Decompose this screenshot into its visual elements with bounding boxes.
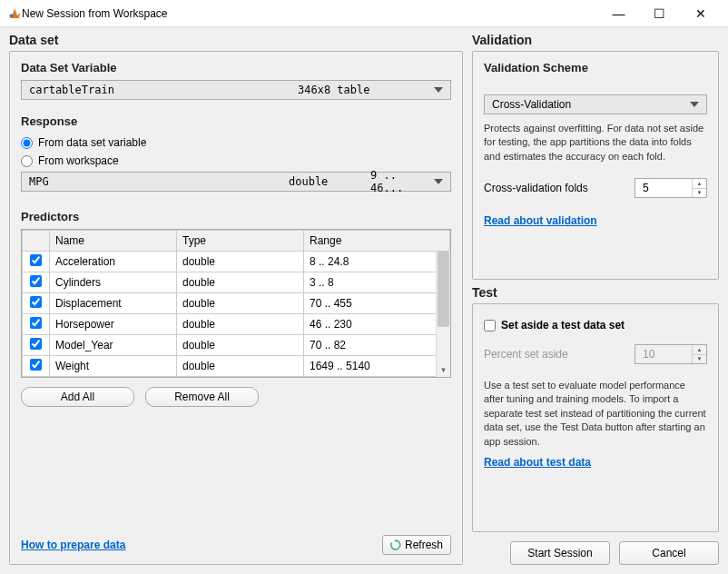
predictor-checkbox[interactable] (30, 338, 42, 350)
predictor-checkbox[interactable] (30, 296, 42, 308)
cell-name: Cylinders (50, 272, 177, 293)
percent-spinner: 10 ▲ ▼ (635, 344, 707, 364)
spinner-up-icon: ▲ (693, 345, 706, 355)
cell-type: double (177, 314, 304, 335)
maximize-button[interactable]: ☐ (639, 0, 680, 26)
refresh-label: Refresh (405, 539, 443, 551)
th-range: Range (304, 231, 450, 252)
cell-name: Acceleration (50, 252, 177, 272)
datavar-label: Data Set Variable (21, 61, 451, 74)
remove-all-button[interactable]: Remove All (145, 387, 259, 407)
read-test-link[interactable]: Read about test data (484, 456, 591, 469)
table-row[interactable]: Horsepowerdouble46 .. 230 (23, 314, 450, 335)
refresh-button[interactable]: Refresh (382, 535, 451, 555)
cell-name: Model_Year (50, 335, 177, 356)
cell-range: 3 .. 8 (304, 272, 450, 293)
predictor-checkbox[interactable] (30, 359, 42, 371)
th-type: Type (177, 231, 304, 252)
test-panel: Set aside a test data set Percent set as… (472, 303, 719, 532)
cell-range: 70 .. 455 (304, 293, 450, 314)
spinner-down-icon[interactable]: ▼ (693, 189, 706, 198)
test-checkbox-label: Set aside a test data set (501, 319, 625, 332)
how-to-prepare-link[interactable]: How to prepare data (21, 539, 125, 551)
response-range: 9 .. 46... (370, 169, 434, 194)
cell-type: double (177, 293, 304, 314)
window-title: New Session from Workspace (22, 7, 598, 20)
cell-range: 1649 .. 5140 (304, 356, 450, 377)
folds-label: Cross-validation folds (484, 182, 635, 194)
start-session-button[interactable]: Start Session (510, 541, 610, 565)
cell-name: Weight (50, 356, 177, 377)
cell-type: double (177, 356, 304, 377)
validation-panel: Validation Scheme Cross-Validation Prote… (472, 51, 719, 280)
predictors-label: Predictors (21, 210, 451, 223)
predictor-checkbox[interactable] (30, 275, 42, 287)
scheme-value: Cross-Validation (492, 98, 571, 111)
cell-type: double (177, 272, 304, 293)
validation-description: Protects against overfitting. For data n… (484, 122, 707, 163)
response-type: double (289, 175, 370, 188)
cell-name: Horsepower (50, 314, 177, 335)
dataset-panel: Data Set Variable cartableTrain 346x8 ta… (9, 51, 463, 565)
cell-type: double (177, 252, 304, 272)
table-row[interactable]: Cylindersdouble3 .. 8 (23, 272, 450, 293)
read-validation-link[interactable]: Read about validation (484, 214, 597, 227)
test-heading: Test (472, 285, 719, 300)
chevron-down-icon (690, 102, 699, 107)
chevron-down-icon (434, 179, 443, 184)
percent-value: 10 (643, 348, 654, 361)
scheme-label: Validation Scheme (484, 61, 707, 74)
response-name: MPG (29, 175, 289, 188)
predictor-checkbox[interactable] (30, 254, 42, 266)
dataset-heading: Data set (9, 33, 463, 47)
spinner-up-icon[interactable]: ▲ (693, 179, 706, 189)
refresh-icon (390, 539, 401, 550)
spinner-down-icon: ▼ (693, 355, 706, 364)
cell-range: 8 .. 24.8 (304, 252, 450, 272)
percent-label: Percent set aside (484, 348, 635, 361)
folds-value: 5 (643, 182, 649, 194)
cancel-button[interactable]: Cancel (619, 541, 719, 565)
close-button[interactable]: ✕ (680, 0, 721, 26)
predictors-table: Name Type Range Accelerationdouble8 .. 2… (21, 229, 451, 378)
table-row[interactable]: Accelerationdouble8 .. 24.8 (23, 252, 450, 272)
predictor-checkbox[interactable] (30, 317, 42, 329)
datavar-meta: 346x8 table (298, 84, 434, 96)
matlab-icon (7, 6, 22, 21)
cell-type: double (177, 335, 304, 356)
th-name: Name (50, 231, 177, 252)
test-description: Use a test set to evaluate model perform… (484, 379, 707, 449)
radio-from-dataset-label: From data set variable (38, 136, 146, 149)
cell-range: 70 .. 82 (304, 335, 450, 356)
table-header-row: Name Type Range (23, 231, 450, 252)
scroll-thumb[interactable] (438, 252, 449, 327)
radio-from-dataset[interactable] (21, 137, 33, 149)
scroll-down-icon[interactable]: ▼ (437, 362, 450, 377)
response-label: Response (21, 114, 451, 128)
datavar-name: cartableTrain (29, 84, 298, 96)
validation-heading: Validation (472, 33, 719, 47)
radio-from-workspace[interactable] (21, 155, 33, 167)
datavar-dropdown[interactable]: cartableTrain 346x8 table (21, 80, 451, 100)
cell-range: 46 .. 230 (304, 314, 450, 335)
folds-spinner[interactable]: 5 ▲ ▼ (635, 178, 707, 198)
titlebar: New Session from Workspace — ☐ ✕ (0, 0, 728, 27)
table-row[interactable]: Model_Yeardouble70 .. 82 (23, 335, 450, 356)
minimize-button[interactable]: — (598, 0, 639, 26)
response-dropdown[interactable]: MPG double 9 .. 46... (21, 172, 451, 192)
table-row[interactable]: Weightdouble1649 .. 5140 (23, 356, 450, 377)
test-set-checkbox[interactable] (484, 320, 496, 332)
table-row[interactable]: Displacementdouble70 .. 455 (23, 293, 450, 314)
chevron-down-icon (434, 87, 443, 93)
scheme-dropdown[interactable]: Cross-Validation (484, 94, 707, 114)
cell-name: Displacement (50, 293, 177, 314)
add-all-button[interactable]: Add All (21, 387, 134, 407)
radio-from-workspace-label: From workspace (38, 154, 119, 167)
table-scrollbar[interactable]: ▼ (436, 252, 450, 377)
